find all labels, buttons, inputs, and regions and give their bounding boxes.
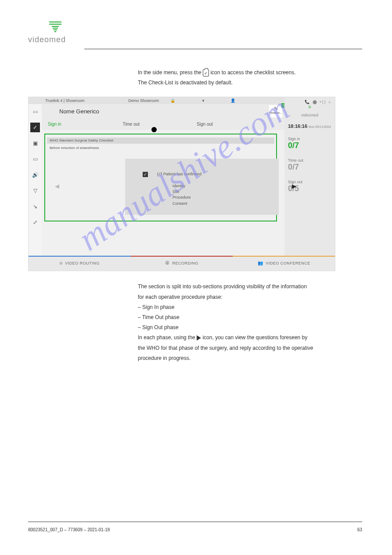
conference-icon: 👥 <box>258 261 263 265</box>
footer-page: 63 <box>357 527 362 532</box>
below-p2: for each operative procedure phase: <box>138 293 364 301</box>
list-item: Procedure <box>173 195 191 200</box>
below-bul2: – Time Out phase <box>138 313 364 322</box>
below-bul1: – Sign In phase <box>138 303 364 312</box>
phase-signout[interactable]: Sign out <box>197 122 213 127</box>
question-items: Identity Site Procedure Consent <box>173 183 191 206</box>
below-bul3: – Sign Out phase <box>138 323 364 332</box>
phase-tabs: Sign in Time out Sign out <box>42 118 284 130</box>
rail-expand-icon[interactable]: ⤢ <box>30 218 40 227</box>
list-item: Consent <box>173 201 191 207</box>
rail-audio-icon[interactable]: 🔊 <box>30 170 40 180</box>
panel-logo-icon: ≡ <box>288 104 331 109</box>
below-p1: The section is split into sub-sections p… <box>138 283 364 291</box>
rail-checklist-icon[interactable]: ✓ <box>30 123 40 132</box>
timeout-label: Time out <box>288 158 331 163</box>
recording-icon: ⦿ <box>165 261 170 265</box>
clock: 18:16:16Mon 05/11/2018 <box>288 123 331 129</box>
phase-progress-dot <box>151 127 157 132</box>
checklist-subtitle: Before induction of anaesthesia <box>47 145 101 151</box>
header-divider <box>84 49 362 49</box>
question-text: 1/7 Patient has confirmed <box>157 172 201 176</box>
tab-video-conference[interactable]: 👥VIDEO CONFERENCE <box>233 256 335 271</box>
brand-icon <box>49 21 61 33</box>
rail-windows-icon[interactable]: ▣ <box>30 138 40 148</box>
timeout-value: 0/7 <box>288 163 331 172</box>
below-p4: the WHO for that phase of the surgery, a… <box>138 344 364 352</box>
bottom-tabs: ⎚VIDEO ROUTING ⦿RECORDING 👥VIDEO CONFERE… <box>29 256 335 271</box>
lock-icon[interactable]: 🔒 <box>170 98 175 103</box>
rail-light-icon[interactable]: ▽ <box>30 186 40 196</box>
tab-recording[interactable]: ⦿RECORDING <box>131 256 233 271</box>
app-screenshot: Truelink 4 | Showroom Demo Showroom 🔒 ▼ … <box>28 97 335 271</box>
tab-video-routing[interactable]: ⎚VIDEO ROUTING <box>29 256 131 271</box>
phase-signin[interactable]: Sign in <box>48 122 61 127</box>
question-checkbox[interactable]: ✓ <box>143 172 148 177</box>
panel-logo-text: videomed <box>288 113 331 117</box>
checklist-title: WHO Standard Surgical Safety Checklist <box>47 138 274 144</box>
brand-name: videomed <box>28 35 364 44</box>
rail-patient-icon[interactable]: ▭ <box>30 107 40 116</box>
arrow-right-icon <box>197 335 201 341</box>
clock-date: Mon 05/11/2018 <box>309 125 331 128</box>
status-icons: 📞 ⬤ •)) ⟐ <box>288 100 331 104</box>
finalize-button[interactable]: ✎ Finalize... 5 <box>269 105 282 117</box>
room-name: Demo Showroom <box>129 98 159 103</box>
prev-button[interactable]: ◀ <box>55 183 59 189</box>
footer-docid: 80023521_007_D – 773609 – 2021-01-18 <box>28 527 110 532</box>
phase-timeout[interactable]: Time out <box>123 122 140 127</box>
checklist-icon <box>203 69 209 76</box>
side-rail: ▭ ✓ ▣ ▭ 🔊 ▽ ↘ ⤢ <box>29 104 42 256</box>
user-icon[interactable]: 👤 <box>230 98 235 103</box>
routing-icon: ⎚ <box>60 261 63 265</box>
signin-value: 0/7 <box>288 141 331 150</box>
page-footer: 80023521_007_D – 773609 – 2021-01-18 63 <box>28 527 362 532</box>
product-name: Truelink 4 | Showroom <box>45 98 85 103</box>
dropdown-caret-icon[interactable]: ▼ <box>201 99 205 103</box>
signin-label: Sign in <box>288 137 331 141</box>
intro-line-2: The Check-List is deactivated by default… <box>138 79 364 87</box>
footer-divider <box>28 522 362 522</box>
below-p5: procedure in progress. <box>138 354 364 363</box>
below-p3: In each phase, using the icon, you can v… <box>138 334 364 342</box>
list-item: Site <box>173 189 191 195</box>
rail-layout-icon[interactable]: ▭ <box>30 154 40 164</box>
list-item: Identity <box>173 183 191 189</box>
brand-logo: videomed <box>28 21 364 44</box>
patient-name: Nome Generico <box>59 108 99 115</box>
intro-line-1: In the side menu, press the icon to acce… <box>138 69 364 77</box>
question-card: ✓ 1/7 Patient has confirmed Identity Sit… <box>125 159 279 215</box>
next-button[interactable]: ▶ <box>292 183 296 189</box>
rail-camera-icon[interactable]: ↘ <box>30 202 40 211</box>
right-panel: 📞 ⬤ •)) ⟐ ≡ videomed 18:16:16Mon 05/11/2… <box>284 97 335 256</box>
